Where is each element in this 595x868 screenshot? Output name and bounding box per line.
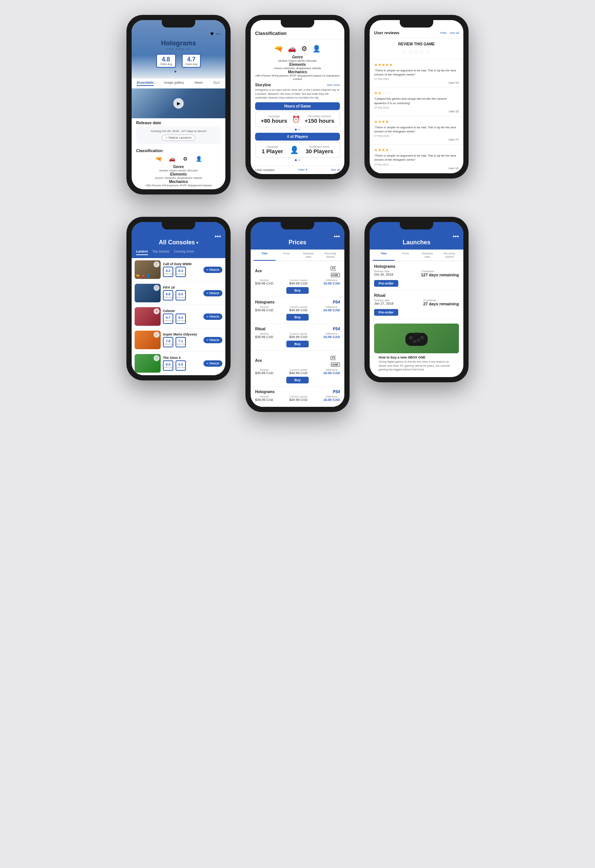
car-icon2: 🚗 xyxy=(288,44,296,53)
price-values-ace2: Desired $39.99 CAD Current Lowest $49.99… xyxy=(255,369,340,375)
game-header: ♥ ··· Holograms PS4 · XOne· PC 4.8 Criti… xyxy=(131,20,225,78)
reviews-title: User reviews xyxy=(374,31,399,35)
critics-score: 4.8 xyxy=(160,56,172,63)
cod-info: Call of Duty WWIII 9.2 Critics Avg 8.4 U… xyxy=(163,262,201,277)
tab-topgames[interactable]: Top Games xyxy=(152,249,170,255)
svg-point-4 xyxy=(417,339,420,342)
hours-dot-1[interactable] xyxy=(295,129,297,130)
prices-tab-release[interactable]: Release date xyxy=(297,249,319,261)
launch-name-ritual: Ritual xyxy=(374,293,459,298)
players-campaign-col: Campaign 1 Player xyxy=(262,145,283,154)
launches-tab-title[interactable]: Title xyxy=(373,249,394,261)
heart-icon[interactable]: ♥ xyxy=(210,31,214,37)
track-launch-btn[interactable]: + TRACK LAUNCH xyxy=(162,134,196,141)
buy-btn-ritual[interactable]: Buy xyxy=(286,341,309,347)
dot-2[interactable] xyxy=(178,71,180,72)
fifa-track-btn[interactable]: + TRACK xyxy=(204,290,222,297)
price-item-ritual: Ritual PS4 Desired $39.99 CAD Current Lo… xyxy=(251,324,344,351)
nav-essentials[interactable]: Essentials xyxy=(137,81,154,86)
mario-heart[interactable]: ♡ xyxy=(154,332,159,338)
consoles-menu-icon[interactable]: ••• xyxy=(214,233,221,240)
launches-tab-price[interactable]: Price xyxy=(394,249,416,261)
thumb-icon-3: 👤 xyxy=(146,274,150,278)
sims-users-badge: 6.5 Users Avg xyxy=(176,360,186,371)
nav-news[interactable]: News xyxy=(195,81,203,86)
prices-tab-recent[interactable]: Recently Added xyxy=(319,249,341,261)
game-title: Holograms xyxy=(136,40,221,47)
release-section: Release date Coming Oct 26, 2018 · 127 d… xyxy=(131,118,225,146)
game-item-sims: ♡ The Sims 4 8.0 Critics Avg 6.5 Users A… xyxy=(131,352,225,375)
price-item-ace2: Ace PCGAME Desired $39.99 CAD Current Lo… xyxy=(251,351,344,387)
tab-lastest[interactable]: Lastest xyxy=(136,249,148,255)
cod-users-lbl: Users Avg xyxy=(177,273,185,275)
desired-col-ace2: Desired $39.99 CAD xyxy=(255,369,273,375)
prices-tab-price[interactable]: Price xyxy=(276,249,297,261)
celeste-thumb: ♥ xyxy=(134,307,161,326)
nav-dlc[interactable]: DLC xyxy=(213,81,220,86)
desired-col-ritual: Desired $39.99 CAD xyxy=(255,332,273,339)
prices-menu-icon[interactable]: ••• xyxy=(334,233,340,240)
release-box: Coming Oct 26, 2018 · 127 days to launch… xyxy=(136,127,221,144)
celeste-track-btn[interactable]: + TRACK xyxy=(204,313,222,320)
sims-heart[interactable]: ♡ xyxy=(154,355,159,361)
players-dot-1[interactable] xyxy=(295,159,297,161)
header-right: Filter See all xyxy=(440,31,459,35)
mario-track-btn[interactable]: + TRACK xyxy=(204,337,222,343)
price-values-ace1: Desired $39.99 CAD Current Lowest $49.99… xyxy=(255,279,340,285)
fifa-name: FIFA 18 xyxy=(163,286,201,289)
play-button[interactable]: ▶ xyxy=(173,98,184,109)
fifa-heart[interactable]: ♡ xyxy=(154,285,159,291)
diff-col-holo2: Difference 10.00 CAD xyxy=(323,395,340,402)
dot-3[interactable] xyxy=(181,71,183,72)
sims-critics-badge: 8.0 Critics Avg xyxy=(163,360,173,371)
see-more-link[interactable]: See more xyxy=(327,83,340,87)
hours-dot-2[interactable] xyxy=(298,129,300,130)
phone-prices: Prices ••• Title Price Release date Rece… xyxy=(245,217,350,412)
review-date-4: 27 Feb 2017 xyxy=(374,163,459,166)
sims-track-btn[interactable]: + TRACK xyxy=(204,360,222,367)
preorder-btn-ritual[interactable]: Pre-order xyxy=(374,309,398,316)
celeste-heart[interactable]: ♥ xyxy=(154,308,159,314)
preorder-btn-holo[interactable]: Pre-order xyxy=(374,280,398,287)
person-icon2: 👤 xyxy=(312,44,320,53)
critics-badge: 4.8 Critics Avg xyxy=(156,54,176,68)
diff-col-ace1: Difference 10.00 CAD xyxy=(323,279,340,285)
storyline-header: Storyline See more xyxy=(255,83,340,87)
secondary-col: Secondary missions +150 hours xyxy=(304,115,334,124)
price-item-ace1: Ace PCGAME Desired $39.99 CAD Current Lo… xyxy=(251,261,344,297)
celeste-critics-score: 9.7 xyxy=(166,316,171,319)
genre-title: Genre xyxy=(136,165,221,169)
filter-btn[interactable]: Filter ▾ xyxy=(298,168,307,171)
buy-btn-holo[interactable]: Buy xyxy=(286,314,309,320)
filter-link[interactable]: Filter xyxy=(440,31,447,35)
empty-stars[interactable]: ☆☆☆☆☆ xyxy=(374,48,460,55)
more-icon[interactable]: ··· xyxy=(216,31,221,37)
cls-body: 🔫 🚗 ⚙ 👤 Genre •Action •Open-world •Shoot… xyxy=(251,40,344,165)
desired-col-holo2: Desired $39.99 CAD xyxy=(255,395,273,402)
buy-btn-ace2[interactable]: Buy xyxy=(286,377,309,384)
launches-tab-release[interactable]: Release date xyxy=(416,249,438,261)
stars-2: ★★☆☆☆ xyxy=(374,91,459,96)
launches-tab-recent[interactable]: Recently Added xyxy=(438,249,461,261)
players-dot-2[interactable] xyxy=(298,159,300,161)
dot-1[interactable] xyxy=(174,71,176,72)
cod-users-score: 8.4 xyxy=(179,269,183,273)
celeste-info: Celeste 9.7 Critics Avg 9.4 Users Avg xyxy=(163,309,201,324)
nav-gallery[interactable]: Image gallery xyxy=(164,81,184,86)
gear-icon: ⚙ xyxy=(181,154,190,163)
diff-col-holo: Difference 10.00 CAD xyxy=(323,306,340,312)
stars-1: ★★★★★ xyxy=(374,62,459,67)
review-item-2: ★★☆☆☆ "I played this games and simply di… xyxy=(370,88,464,116)
launches-menu-icon[interactable]: ••• xyxy=(453,233,459,240)
prices-tab-title[interactable]: Title xyxy=(254,249,276,261)
cod-track-btn[interactable]: + TRACK xyxy=(204,267,222,273)
see-all-link[interactable]: See all xyxy=(450,31,459,35)
campaign-label: Campaign xyxy=(261,115,287,118)
cod-heart[interactable]: ♡ xyxy=(154,261,159,267)
tab-comingsoon[interactable]: Coming Soon xyxy=(174,249,195,255)
car-icon: 🚗 xyxy=(167,154,176,163)
review-item-1: ★★★★★ "There is simple no argument to be… xyxy=(370,59,464,88)
see-all-btn[interactable]: See all xyxy=(331,168,340,171)
sims-thumb: ♡ xyxy=(134,354,161,373)
buy-btn-ace1[interactable]: Buy xyxy=(286,287,309,294)
